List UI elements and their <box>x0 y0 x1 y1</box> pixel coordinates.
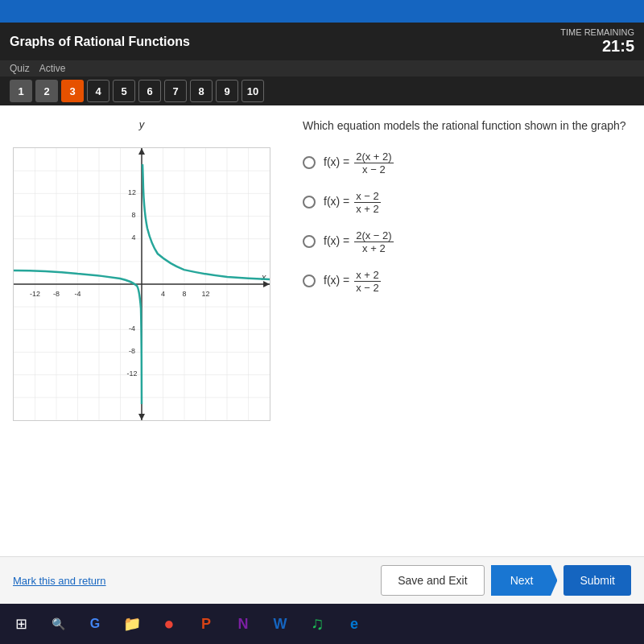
radio-b[interactable] <box>303 196 316 208</box>
svg-text:12: 12 <box>202 290 210 298</box>
option-c-text: f(x) = 2(x − 2)x + 2 <box>324 229 395 254</box>
taskbar-google-icon[interactable]: G <box>82 611 108 637</box>
taskbar: ⊞ 🔍 G 📁 ● P N W ♫ e <box>0 604 644 644</box>
bottom-buttons: Save and Exit Next Submit <box>381 565 631 596</box>
question-text: Which equation models the rational funct… <box>303 118 631 134</box>
curve-right-branch <box>142 164 270 279</box>
fraction-a-denominator: x − 2 <box>361 163 387 175</box>
quiz-status: Active <box>39 63 66 74</box>
graph-svg: -12 -8 -4 4 8 12 12 8 4 -4 -8 <box>14 148 270 420</box>
top-accent-bar <box>0 0 644 23</box>
fraction-d: x + 2x − 2 <box>354 269 381 294</box>
fraction-a-numerator: 2(x + 2) <box>354 151 393 163</box>
fraction-d-numerator: x + 2 <box>354 269 381 282</box>
question-section: Which equation models the rational funct… <box>303 118 631 543</box>
svg-text:-12: -12 <box>30 290 40 298</box>
taskbar-files-icon[interactable]: 📁 <box>119 611 145 637</box>
time-label: TIME REMAINING <box>560 27 634 37</box>
bottom-bar: Mark this and return Save and Exit Next … <box>0 556 644 604</box>
svg-text:-4: -4 <box>129 324 135 332</box>
nav-item-5[interactable]: 5 <box>113 80 135 102</box>
svg-text:12: 12 <box>128 188 136 196</box>
fraction-c-numerator: 2(x − 2) <box>354 229 393 242</box>
fraction-a: 2(x + 2)x − 2 <box>354 151 393 175</box>
taskbar-edge-icon[interactable]: e <box>341 611 367 637</box>
svg-marker-24 <box>263 281 270 287</box>
taskbar-spotify-icon[interactable]: ♫ <box>304 611 330 637</box>
fraction-c: 2(x − 2)x + 2 <box>354 229 393 254</box>
save-exit-button[interactable]: Save and Exit <box>381 565 484 596</box>
svg-text:-8: -8 <box>129 347 135 355</box>
svg-marker-25 <box>138 148 145 155</box>
nav-item-2[interactable]: 2 <box>35 80 58 102</box>
svg-marker-26 <box>138 414 145 420</box>
taskbar-onenote-icon[interactable]: N <box>230 611 256 637</box>
quiz-title: Graphs of Rational Functions <box>10 35 190 49</box>
y-axis-label: y <box>139 118 145 130</box>
quiz-label: Quiz <box>10 63 30 74</box>
quiz-header: Graphs of Rational Functions TIME REMAIN… <box>0 23 644 60</box>
svg-text:-12: -12 <box>127 369 138 378</box>
fraction-b: x − 2x + 2 <box>354 190 381 215</box>
taskbar-chrome-icon[interactable]: ● <box>156 611 182 637</box>
taskbar-powerpoint-icon[interactable]: P <box>193 611 219 637</box>
fraction-c-denominator: x + 2 <box>361 242 387 254</box>
nav-item-9[interactable]: 9 <box>216 80 238 102</box>
option-c[interactable]: f(x) = 2(x − 2)x + 2 <box>303 229 631 254</box>
options-list: f(x) = 2(x + 2)x − 2 f(x) = x − 2x + 2 <box>303 151 631 294</box>
radio-c[interactable] <box>303 235 316 248</box>
taskbar-windows-icon[interactable]: ⊞ <box>8 611 34 637</box>
option-a[interactable]: f(x) = 2(x + 2)x − 2 <box>303 151 631 175</box>
svg-text:x: x <box>261 272 266 282</box>
option-a-text: f(x) = 2(x + 2)x − 2 <box>324 151 395 175</box>
radio-d[interactable] <box>303 275 316 287</box>
option-d[interactable]: f(x) = x + 2x − 2 <box>303 269 631 294</box>
nav-item-1[interactable]: 1 <box>10 80 32 102</box>
time-display: TIME REMAINING 21:5 <box>560 27 634 56</box>
nav-item-7[interactable]: 7 <box>164 80 187 102</box>
nav-item-6[interactable]: 6 <box>138 80 161 102</box>
svg-text:-4: -4 <box>75 290 81 298</box>
option-b-text: f(x) = x − 2x + 2 <box>324 190 382 215</box>
submit-button[interactable]: Submit <box>564 565 631 596</box>
svg-text:8: 8 <box>183 290 187 298</box>
radio-a[interactable] <box>303 156 316 169</box>
nav-item-8[interactable]: 8 <box>190 80 213 102</box>
nav-item-3[interactable]: 3 <box>61 80 84 102</box>
svg-text:-8: -8 <box>53 290 60 298</box>
question-area: y <box>0 105 644 556</box>
time-value: 21:5 <box>560 37 634 56</box>
fraction-b-denominator: x + 2 <box>354 203 381 215</box>
taskbar-word-icon[interactable]: W <box>267 611 293 637</box>
nav-item-10[interactable]: 10 <box>242 80 264 102</box>
svg-text:4: 4 <box>132 233 136 242</box>
next-button[interactable]: Next <box>491 565 558 596</box>
nav-item-4[interactable]: 4 <box>87 80 109 102</box>
fraction-b-numerator: x − 2 <box>354 190 381 203</box>
question-nav: 1 2 3 4 5 6 7 8 9 10 <box>0 76 644 105</box>
option-b[interactable]: f(x) = x − 2x + 2 <box>303 190 631 215</box>
svg-text:4: 4 <box>161 290 165 298</box>
main-content: y <box>0 105 644 604</box>
fraction-d-denominator: x − 2 <box>354 282 381 294</box>
option-d-text: f(x) = x + 2x − 2 <box>324 269 382 294</box>
taskbar-search-icon[interactable]: 🔍 <box>45 611 71 637</box>
graph-container: -12 -8 -4 4 8 12 12 8 4 -4 -8 <box>13 147 270 421</box>
mark-return-link[interactable]: Mark this and return <box>13 575 106 587</box>
svg-text:8: 8 <box>132 211 136 219</box>
graph-section: y <box>13 118 287 543</box>
